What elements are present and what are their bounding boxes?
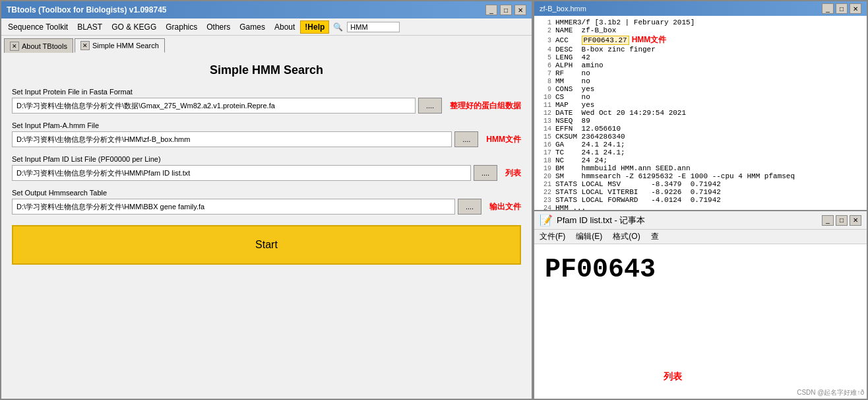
notepad-menu-file[interactable]: 文件(F) — [537, 231, 568, 242]
hmm-line: 3ACC PF00643.27HMM文件 — [537, 34, 864, 46]
notepad-title-bar: 📝 Pfam ID list.txt - 记事本 _ □ ✕ — [534, 211, 867, 230]
protein-file-annotation: 整理好的蛋白组数据 — [450, 100, 521, 112]
hmm-line-text: SM hmmsearch -Z 61295632 -E 1000 --cpu 4… — [555, 172, 795, 180]
hmm-line-number: 9 — [537, 86, 555, 93]
protein-file-browse-btn[interactable]: .... — [418, 98, 442, 114]
hmm-line-text: STATS LOCAL VITERBI -8.9226 0.71942 — [555, 188, 721, 196]
notepad-menu-format[interactable]: 格式(O) — [610, 231, 642, 242]
hmm-line-number: 23 — [537, 197, 555, 204]
hmm-line: 6ALPH amino — [537, 61, 864, 69]
hmm-file-browse-btn[interactable]: .... — [454, 131, 478, 147]
hmm-content: 1HMMER3/f [3.1b2 | February 2015]2NAME z… — [534, 16, 867, 210]
hmm-line: 13NSEQ 89 — [537, 117, 864, 125]
hmm-line-number: 7 — [537, 70, 555, 77]
notepad-minimize[interactable]: _ — [822, 215, 834, 226]
hmm-line: 16GA 24.1 24.1; — [537, 141, 864, 149]
notepad-content: PF00643 列表 — [534, 244, 867, 399]
hmm-file-row: .... HMM文件 — [12, 131, 521, 147]
hmm-line: 10CS no — [537, 93, 864, 101]
hmm-line-number: 16 — [537, 141, 555, 149]
output-browse-btn[interactable]: .... — [458, 199, 481, 215]
window-title: TBtools (Toolbox for Biologists) v1.0987… — [7, 5, 166, 15]
notepad-menu-bar: 文件(F) 编辑(E) 格式(O) 查 — [534, 230, 867, 244]
notepad-viewer: 📝 Pfam ID list.txt - 记事本 _ □ ✕ 文件(F) 编辑(… — [533, 211, 868, 400]
hmm-annotation: HMM文件 — [632, 34, 667, 46]
tab-hmm-close-btn[interactable]: ✕ — [80, 41, 90, 50]
menu-sequence-toolkit[interactable]: Sequence Toolkit — [4, 21, 72, 33]
notepad-menu-more[interactable]: 查 — [648, 231, 662, 242]
notepad-icon: 📝 — [540, 214, 553, 226]
menu-blast[interactable]: BLAST — [73, 21, 106, 33]
hmm-line-number: 20 — [537, 173, 555, 180]
hmm-file-annotation: HMM文件 — [486, 134, 521, 145]
hmm-line-number: 13 — [537, 117, 555, 125]
menu-games[interactable]: Games — [235, 21, 269, 33]
notepad-maximize[interactable]: □ — [836, 215, 848, 226]
menu-others[interactable]: Others — [202, 21, 234, 33]
hmm-line-number: 5 — [537, 54, 555, 61]
hmm-line-text: NC 24 24; — [555, 156, 607, 164]
menu-go-kegg[interactable]: GO & KEGG — [108, 21, 160, 33]
hmm-viewer-title-bar: zf-B_box.hmm _ □ ✕ — [534, 1, 867, 16]
hmm-line: 18NC 24 24; — [537, 156, 864, 164]
notepad-annotation: 列表 — [664, 371, 682, 383]
hmm-line: 19BM hmmbuild HMM.ann SEED.ann — [537, 164, 864, 172]
menu-bar: Sequence Toolkit BLAST GO & KEGG Graphic… — [1, 18, 532, 36]
hmm-line-text: ALPH amino — [555, 61, 604, 69]
tab-simple-hmm-search[interactable]: ✕ Simple HMM Search — [75, 38, 165, 53]
hmm-file-input[interactable] — [12, 131, 452, 147]
tab-about-label: About TBtools — [22, 42, 67, 50]
page-title: Simple HMM Search — [12, 63, 521, 77]
hmm-line-text: CONS yes — [555, 85, 594, 93]
menu-about[interactable]: About — [270, 21, 299, 33]
hmm-line-number: 12 — [537, 110, 555, 117]
protein-file-row: .... 整理好的蛋白组数据 — [12, 98, 521, 114]
hmm-line-text: RF no — [555, 69, 590, 77]
hmm-line-number: 8 — [537, 78, 555, 85]
pfam-list-input[interactable] — [12, 165, 471, 181]
hmm-viewer-minimize[interactable]: _ — [822, 3, 834, 14]
tab-bar: ✕ About TBtools ✕ Simple HMM Search — [1, 36, 532, 53]
hmm-line-text: CKSUM 2364286340 — [555, 133, 625, 141]
hmm-line-text: TC 24.1 24.1; — [555, 149, 625, 156]
pfam-list-browse-btn[interactable]: .... — [474, 165, 497, 181]
acc-highlight: PF00643.27 — [582, 36, 629, 45]
main-content: Simple HMM Search Set Input Protein File… — [1, 53, 532, 399]
hmm-line-text: NAME zf-B_box — [555, 26, 616, 34]
protein-file-label: Set Input Protein File in Fasta Format — [12, 88, 521, 96]
output-label: Set Output Hmmsearch Table — [12, 189, 521, 197]
notepad-menu-edit[interactable]: 编辑(E) — [573, 231, 605, 242]
title-bar: TBtools (Toolbox for Biologists) v1.0987… — [1, 1, 532, 18]
hmm-line-number: 17 — [537, 149, 555, 156]
close-button[interactable]: ✕ — [514, 5, 526, 15]
menu-graphics[interactable]: Graphics — [162, 21, 201, 33]
tab-hmm-label: Simple HMM Search — [92, 42, 159, 50]
hmm-line: 21STATS LOCAL MSV -8.3479 0.71942 — [537, 180, 864, 188]
start-button[interactable]: Start — [12, 225, 521, 265]
hmm-file-label: Set Input Pfam-A.hmm File — [12, 121, 521, 129]
hmm-line: 12DATE Wed Oct 20 14:29:54 2021 — [537, 109, 864, 117]
notepad-title-text: Pfam ID list.txt - 记事本 — [557, 215, 645, 226]
search-icon: 🔍 — [330, 22, 346, 32]
hmm-line: 1HMMER3/f [3.1b2 | February 2015] — [537, 18, 864, 26]
protein-file-input[interactable] — [12, 98, 416, 114]
hmm-viewer-maximize[interactable]: □ — [836, 3, 848, 14]
tab-about-close-btn[interactable]: ✕ — [10, 42, 19, 51]
output-input[interactable] — [12, 199, 455, 215]
menu-help[interactable]: !Help — [300, 20, 329, 34]
hmm-line-text: HMM ... — [555, 204, 586, 210]
hmm-line-number: 22 — [537, 189, 555, 196]
hmm-viewer-close[interactable]: ✕ — [850, 3, 861, 14]
hmm-line: 22STATS LOCAL VITERBI -8.9226 0.71942 — [537, 188, 864, 196]
hmm-line: 7RF no — [537, 69, 864, 77]
maximize-button[interactable]: □ — [500, 5, 512, 15]
hmm-viewer: zf-B_box.hmm _ □ ✕ 1HMMER3/f [3.1b2 | Fe… — [533, 0, 868, 211]
hmm-line-number: 15 — [537, 133, 555, 141]
pfam-list-section: Set Input Pfam ID List File (PF00000 per… — [12, 155, 521, 181]
csdn-watermark: CSDN @起名字好难↑ð — [797, 388, 864, 397]
hmm-line-text: BM hmmbuild HMM.ann SEED.ann — [555, 164, 691, 172]
menu-search-input[interactable] — [347, 22, 400, 32]
tab-about-tbtools[interactable]: ✕ About TBtools — [4, 38, 73, 53]
notepad-close[interactable]: ✕ — [850, 215, 861, 226]
minimize-button[interactable]: _ — [485, 5, 497, 15]
